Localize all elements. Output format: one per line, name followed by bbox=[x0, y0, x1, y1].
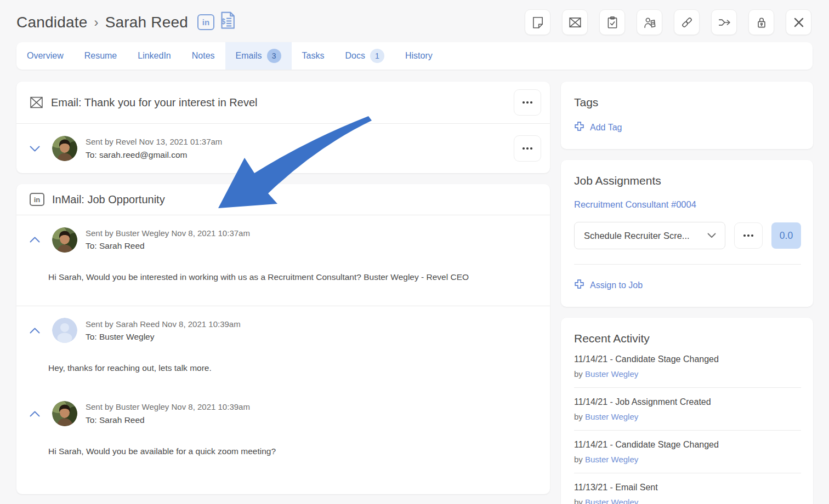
tab-resume[interactable]: Resume bbox=[74, 42, 128, 70]
breadcrumb-section[interactable]: Candidate bbox=[16, 14, 87, 31]
to-line: To: Sarah Reed bbox=[86, 414, 541, 427]
tab-tasks[interactable]: Tasks bbox=[292, 42, 335, 70]
activity-user-link[interactable]: Buster Wegley bbox=[585, 497, 638, 504]
contact-record-icon bbox=[643, 15, 657, 30]
job-assignments-card: Job Assignments Recruitment Consultant #… bbox=[561, 160, 813, 307]
sent-by-line: Sent by Revel Nov 13, 2021 01:37am bbox=[86, 135, 514, 148]
main-column: Email: Thank you for your interest in Re… bbox=[16, 82, 550, 494]
email-icon bbox=[568, 15, 582, 30]
merge-button[interactable] bbox=[711, 9, 737, 35]
email-message-meta: Sent by Revel Nov 13, 2021 01:37am To: s… bbox=[86, 135, 514, 161]
job-assignment-menu-button[interactable] bbox=[734, 222, 763, 249]
tags-title: Tags bbox=[574, 96, 801, 109]
tab-bar: Overview Resume LinkedIn Notes Emails 3 … bbox=[16, 42, 813, 70]
emails-count-badge: 3 bbox=[267, 49, 281, 63]
add-tag-button[interactable]: Add Tag bbox=[574, 121, 622, 134]
delete-button[interactable] bbox=[786, 9, 811, 35]
email-message-menu-button[interactable] bbox=[514, 135, 541, 162]
recent-activity-title: Recent Activity bbox=[574, 332, 801, 345]
envelope-icon bbox=[30, 96, 43, 108]
inmail-message-body: Hi Sarah, Would you be available for a q… bbox=[16, 427, 550, 479]
job-assignment-link[interactable]: Recruitment Consultant #0004 bbox=[574, 199, 801, 210]
email-button[interactable] bbox=[562, 9, 588, 35]
task-clipboard-icon bbox=[605, 15, 620, 30]
plus-icon bbox=[574, 279, 584, 291]
email-thread-title: Email: Thank you for your interest in Re… bbox=[30, 96, 514, 109]
linkedin-icon[interactable]: in bbox=[197, 14, 214, 30]
docs-count-badge: 1 bbox=[370, 49, 384, 63]
job-assignments-title: Job Assignments bbox=[574, 174, 801, 187]
activity-item: 11/13/21 - Email Sent by Buster Wegley bbox=[574, 473, 801, 504]
collapse-chevron-up-icon[interactable] bbox=[30, 328, 48, 334]
sidebar: Tags Add Tag Job Assignments Recruitment… bbox=[561, 82, 813, 504]
svg-text:$: $ bbox=[222, 18, 226, 26]
content-area: Email: Thank you for your interest in Re… bbox=[0, 70, 829, 504]
note-button[interactable] bbox=[525, 9, 550, 35]
inmail-message-meta: Sent by Buster Wegley Nov 8, 2021 10:37a… bbox=[86, 227, 541, 253]
invoice-icon[interactable]: $ bbox=[219, 11, 236, 33]
activity-user-link[interactable]: Buster Wegley bbox=[585, 412, 638, 421]
inmail-message-meta: Sent by Sarah Reed Nov 8, 2021 10:39am T… bbox=[86, 318, 541, 343]
task-button[interactable] bbox=[599, 9, 625, 35]
stage-select[interactable]: Schedule Recruiter Scre... bbox=[574, 222, 725, 249]
page-header: Candidate › Sarah Reed in $ bbox=[0, 0, 829, 42]
inmail-message-row: Sent by Buster Wegley Nov 8, 2021 10:37a… bbox=[16, 215, 550, 253]
inmail-message-row: Sent by Sarah Reed Nov 8, 2021 10:39am T… bbox=[16, 306, 550, 343]
activity-item: 11/14/21 - Candidate Stage Changed by Bu… bbox=[574, 431, 801, 473]
toolbar bbox=[525, 9, 811, 35]
note-icon bbox=[531, 15, 545, 30]
sent-by-line: Sent by Sarah Reed Nov 8, 2021 10:39am bbox=[86, 318, 541, 330]
title-icons: in $ bbox=[197, 11, 236, 33]
collapse-chevron-up-icon[interactable] bbox=[30, 237, 48, 243]
tab-emails[interactable]: Emails 3 bbox=[225, 42, 292, 70]
email-thread-menu-button[interactable] bbox=[514, 89, 541, 116]
email-thread-header: Email: Thank you for your interest in Re… bbox=[16, 82, 550, 123]
inmail-thread-card: in InMail: Job Opportunity bbox=[16, 184, 550, 494]
to-line: To: Sarah Reed bbox=[86, 239, 541, 253]
sent-by-line: Sent by Buster Wegley Nov 8, 2021 10:39a… bbox=[86, 400, 541, 413]
tab-history[interactable]: History bbox=[395, 42, 443, 70]
avatar bbox=[52, 401, 77, 426]
page-title: Sarah Reed bbox=[105, 14, 188, 31]
recent-activity-card: Recent Activity 11/14/21 - Candidate Sta… bbox=[561, 318, 813, 504]
activity-item: 11/14/21 - Job Assignment Created by Bus… bbox=[574, 388, 801, 431]
sent-by-line: Sent by Buster Wegley Nov 8, 2021 10:37a… bbox=[86, 227, 541, 239]
link-icon bbox=[680, 15, 694, 30]
score-badge[interactable]: 0.0 bbox=[771, 222, 801, 249]
lock-button[interactable] bbox=[748, 9, 774, 35]
avatar bbox=[52, 136, 77, 161]
link-button[interactable] bbox=[674, 9, 700, 35]
tab-linkedin[interactable]: LinkedIn bbox=[127, 42, 181, 70]
tab-overview[interactable]: Overview bbox=[16, 42, 74, 70]
inmail-thread-header: in InMail: Job Opportunity bbox=[16, 184, 550, 215]
plus-icon bbox=[574, 121, 584, 134]
activity-user-link[interactable]: Buster Wegley bbox=[585, 369, 638, 379]
lock-icon bbox=[754, 15, 769, 30]
divider bbox=[574, 264, 801, 265]
contact-button[interactable] bbox=[637, 9, 662, 35]
linkedin-inmail-icon: in bbox=[30, 193, 44, 206]
to-line: To: sarah.reed@gmail.com bbox=[86, 148, 514, 162]
inmail-thread-title: in InMail: Job Opportunity bbox=[30, 193, 537, 206]
activity-user-link[interactable]: Buster Wegley bbox=[585, 455, 638, 464]
merge-icon bbox=[717, 15, 731, 30]
inmail-message-row: Sent by Buster Wegley Nov 8, 2021 10:39a… bbox=[16, 396, 550, 426]
email-message-row: Sent by Revel Nov 13, 2021 01:37am To: s… bbox=[16, 124, 550, 173]
email-thread-card: Email: Thank you for your interest in Re… bbox=[16, 82, 550, 173]
tags-card: Tags Add Tag bbox=[561, 82, 813, 149]
to-line: To: Buster Wegley bbox=[86, 330, 541, 343]
inmail-message-body: Hey, thanks for reaching out, lets talk … bbox=[16, 343, 550, 396]
activity-item: 11/14/21 - Candidate Stage Changed by Bu… bbox=[574, 345, 801, 388]
chevron-down-icon bbox=[707, 233, 716, 238]
tab-notes[interactable]: Notes bbox=[181, 42, 225, 70]
tab-docs[interactable]: Docs 1 bbox=[334, 42, 394, 70]
delete-x-icon bbox=[792, 15, 806, 30]
collapse-chevron-down-icon[interactable] bbox=[30, 146, 48, 152]
job-assignment-controls: Schedule Recruiter Scre... 0.0 bbox=[574, 222, 801, 249]
collapse-chevron-up-icon[interactable] bbox=[30, 411, 48, 417]
assign-to-job-button[interactable]: Assign to Job bbox=[574, 279, 643, 291]
avatar bbox=[52, 227, 77, 253]
inmail-message-meta: Sent by Buster Wegley Nov 8, 2021 10:39a… bbox=[86, 400, 541, 426]
inmail-message-body: Hi Sarah, Would you be interested in wor… bbox=[16, 253, 550, 305]
breadcrumb: Candidate › Sarah Reed in $ bbox=[16, 11, 236, 33]
